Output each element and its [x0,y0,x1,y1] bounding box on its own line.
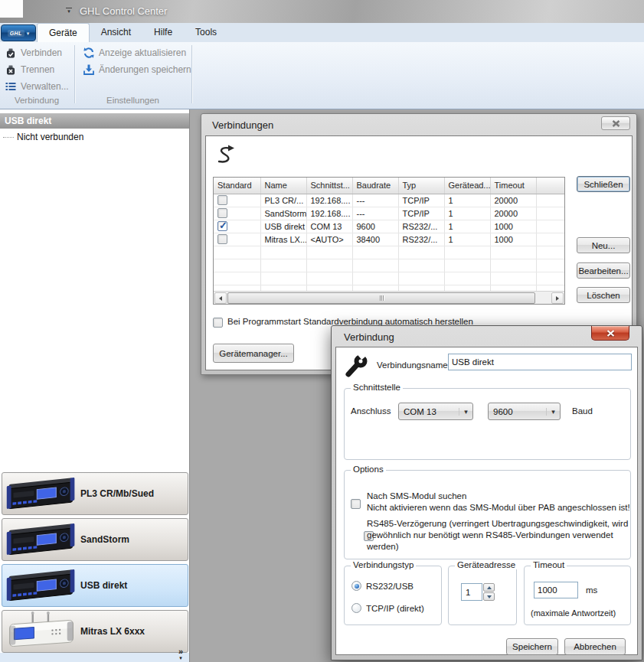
baud-select[interactable]: 9600 ▾ [488,403,561,420]
chevron-down-icon: ▾ [27,31,30,36]
trennen-button[interactable]: Trennen [2,62,57,77]
close-icon [612,120,620,127]
column-header-filler [536,178,565,194]
device-label: Mitras LX 6xxx [80,626,145,637]
standard-checkbox[interactable] [217,195,227,205]
group-label-verbindung: Verbindung [0,96,74,105]
sidebar-expand-button[interactable]: » ▾ [178,648,183,660]
rs232-label: RS232/USB [366,582,414,591]
device-label: USB direkt [80,580,127,591]
tab-hilfe[interactable]: Hilfe [142,23,184,42]
verbindungsname-input[interactable] [448,354,632,370]
wrench-icon [344,354,368,378]
ribbon-tabs: Geräte Ansicht Hilfe Tools [37,23,228,42]
tcpip-label: TCP/IP (direkt) [366,604,424,613]
sidebar: USB direkt Nicht verbunden [0,109,190,662]
title-bar: ▾ GHL Control Center [0,0,644,23]
column-header[interactable]: Timeout [490,178,536,194]
spin-down-button[interactable] [483,592,495,601]
table-empty-row [214,272,565,285]
tab-geraete[interactable]: Geräte [37,23,90,42]
geraeteadresse-input[interactable] [461,583,482,601]
tcpip-radio[interactable] [351,603,361,613]
speichern-button[interactable]: Speichern [506,638,558,655]
chevron-down-icon: ▾ [459,408,472,416]
anschluss-select[interactable]: COM 13 ▾ [398,403,473,420]
timeout-input[interactable] [534,582,578,598]
sms-modul-checkbox[interactable] [351,499,361,509]
verwalten-button[interactable]: Verwalten... [2,79,72,94]
device-card-usb-direkt[interactable]: USB direkt [2,564,188,607]
bearbeiten-button[interactable]: Bearbeiten... [577,263,630,279]
application-menu-button[interactable]: GHL ▾ [1,24,36,41]
sidebar-bottom-strip [0,653,189,662]
ribbon-group-separator [74,45,75,103]
standard-checkbox[interactable] [217,234,227,244]
standard-checkbox[interactable] [217,221,227,231]
connection-dialog-title: Verbindung [344,331,394,343]
tab-tools[interactable]: Tools [184,23,228,42]
geraetemanager-button[interactable]: Gerätemanager... [213,344,294,363]
tab-ansicht[interactable]: Ansicht [90,23,142,42]
abbrechen-button[interactable]: Abbrechen [564,638,626,655]
scrollbar-thumb[interactable] [227,292,535,304]
table-row[interactable]: Mitras LX... <AUTO> 38400 RS232/... 1 10… [214,233,565,246]
horizontal-scrollbar[interactable] [214,291,564,304]
autostart-checkbox[interactable] [213,318,223,328]
connections-table: Standard Name Schnittst... Baudrate Typ … [213,177,565,305]
ribbon: Verbinden Trennen Verwalten... Verbindun… [0,42,644,109]
aenderungen-speichern-button[interactable]: Änderungen speichern [80,62,195,77]
ghl-logo: GHL [8,30,25,37]
device-card-mitras[interactable]: Mitras LX 6xxx [2,610,188,653]
scrollbar-left-arrow[interactable] [214,292,227,304]
verbinden-button[interactable]: Verbinden [2,45,65,60]
quick-access-dropdown[interactable]: ▾ [64,8,74,14]
device-label: PL3 CR/Mb/Sued [80,488,154,499]
schliessen-button[interactable]: Schließen [577,176,630,192]
connection-dialog-client: Verbindungsname Schnittstelle Anschluss … [335,347,638,655]
device-card-pl3[interactable]: PL3 CR/Mb/Sued [2,472,188,515]
ribbon-tab-row: GHL ▾ Geräte Ansicht Hilfe Tools [0,23,644,42]
tree-item-status[interactable]: Nicht verbunden [3,132,83,142]
profilux-device-image [4,566,80,605]
usb-disconnect-icon [5,64,17,76]
group-label-einstellungen: Einstellungen [74,96,191,105]
table-row[interactable]: SandStorm 192.168.... --- TCP/IP 1 20000 [214,207,565,220]
ribbon-group-separator [191,45,192,103]
double-chevron-icon: » [178,648,183,655]
corner-artifact [0,0,23,18]
connection-close-button[interactable] [591,326,629,341]
standard-checkbox[interactable] [217,208,227,218]
mitras-device-image [4,611,80,651]
sidebar-header: USB direkt [0,113,189,129]
chevron-down-icon: ▾ [178,655,183,660]
chevron-down-icon: ▾ [546,408,560,416]
app-window: ▾ GHL Control Center GHL ▾ Geräte Ansich… [0,0,644,662]
column-header[interactable]: Name [260,178,306,194]
close-icon [606,330,615,337]
device-card-sandstorm[interactable]: SandStorm [2,518,188,561]
spin-up-button[interactable] [483,583,495,592]
column-header[interactable]: Schnittst... [306,178,352,194]
chevron-down-icon: ▾ [64,9,74,14]
usb-connect-icon [5,47,17,59]
connection-dialog: Verbindung Verbindungsname Schnittstelle… [331,325,642,660]
rs232-radio[interactable] [351,581,361,591]
column-header[interactable]: Typ [398,178,444,194]
table-row[interactable]: USB direkt COM 13 9600 RS232/... 1 1000 [214,220,565,233]
table-row[interactable]: PL3 CR/... 192.168.... --- TCP/IP 1 2000… [214,194,565,207]
scrollbar-right-arrow[interactable] [551,292,564,304]
neu-button[interactable]: Neu... [577,237,630,253]
anzeige-aktualisieren-button[interactable]: Anzeige aktualisieren [80,45,189,60]
sms-modul-label: Nach SMS-Modul suchen Nicht aktivieren w… [367,491,630,514]
loeschen-button[interactable]: Löschen [577,287,630,303]
connections-close-button[interactable] [601,116,630,130]
column-header[interactable]: Baudrate [352,178,398,194]
column-header[interactable]: Standard [214,178,260,194]
column-header[interactable]: Gerätead... [444,178,490,194]
rs485-label: RS485-Verzögerung (verringert Ubertragun… [367,518,628,553]
connection-flow-icon [215,144,237,165]
tree-branch-icon [3,137,14,138]
anschluss-label: Anschluss [351,406,391,416]
baud-label: Baud [572,406,593,416]
